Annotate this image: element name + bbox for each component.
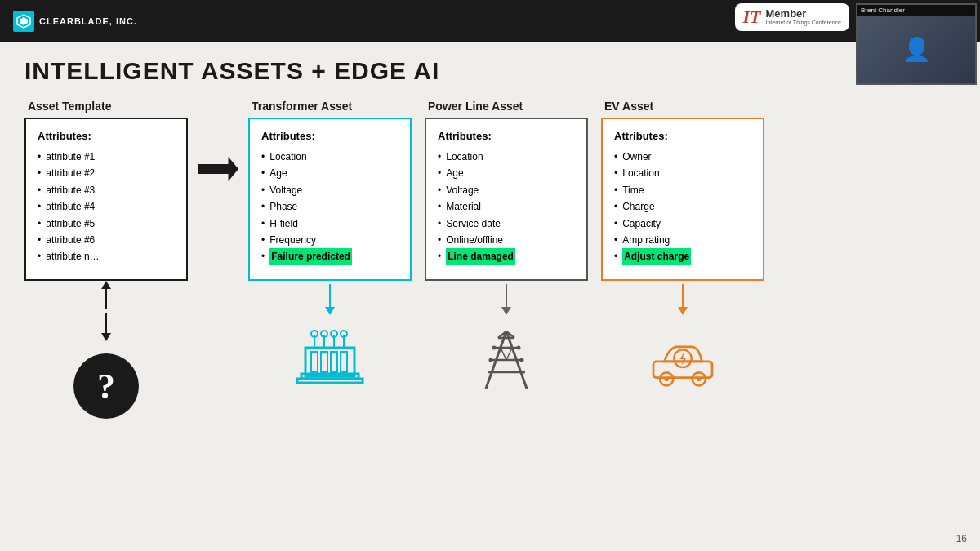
list-item: attribute n… — [38, 248, 175, 264]
svg-rect-6 — [341, 352, 347, 372]
list-item: Amp rating — [614, 232, 751, 248]
list-item: Time — [614, 182, 751, 198]
transformer-asset-card: Attributes: Location Age Voltage Phase H… — [248, 118, 412, 281]
logo-text: CLEARBLADE, INC. — [39, 16, 137, 26]
power-line-asset-section: Power Line Asset Attributes: Location Ag… — [425, 100, 588, 397]
list-item-highlighted: Adjust charge — [614, 248, 751, 264]
transformer-icon-container — [293, 323, 367, 397]
list-item: Age — [438, 165, 575, 181]
list-item: attribute #4 — [38, 198, 175, 215]
ev-down-arrow — [678, 284, 688, 315]
svg-point-35 — [697, 377, 701, 381]
svg-line-25 — [501, 348, 506, 360]
list-item-highlighted: Line damaged — [438, 248, 575, 264]
svg-rect-8 — [297, 379, 363, 383]
list-item: H-field — [261, 216, 399, 232]
svg-line-26 — [506, 348, 512, 360]
asset-template-section: Asset Template Attributes: attribute #1 … — [24, 100, 188, 423]
line-damaged-badge: Line damaged — [446, 248, 515, 264]
arrow-up — [101, 281, 111, 309]
main-content: INTELLIGENT ASSETS + EDGE AI Asset Templ… — [0, 42, 980, 551]
power-line-attributes-label: Attributes: — [438, 127, 575, 145]
it-sub-text: Internet of Things Conference — [766, 20, 841, 26]
failure-predicted-badge: Failure predicted — [270, 248, 352, 264]
list-item: Service date — [438, 216, 575, 232]
list-item: Online/offline — [438, 232, 575, 248]
bidirectional-arrow — [101, 281, 111, 344]
list-item: attribute #1 — [38, 149, 175, 165]
list-item: Voltage — [261, 182, 399, 198]
svg-rect-5 — [331, 352, 337, 372]
svg-point-28 — [517, 346, 521, 350]
list-item: Frequency — [261, 232, 399, 248]
power-line-asset-title: Power Line Asset — [425, 100, 523, 113]
ev-asset-card: Attributes: Owner Location Time Charge C… — [601, 118, 764, 281]
arrow-shape — [198, 157, 238, 181]
svg-point-27 — [492, 346, 497, 350]
svg-marker-1 — [20, 17, 28, 25]
list-item: Location — [614, 165, 751, 181]
svg-point-30 — [520, 358, 524, 362]
svg-point-29 — [489, 358, 493, 362]
list-item: Location — [261, 149, 399, 165]
list-item: Capacity — [614, 216, 751, 232]
list-item: Voltage — [438, 182, 575, 198]
list-item: attribute #5 — [38, 216, 175, 232]
list-item: attribute #6 — [38, 232, 175, 248]
arrow-down — [101, 313, 111, 341]
list-item: attribute #3 — [38, 182, 175, 198]
logo-icon — [13, 11, 34, 32]
adjust-charge-badge: Adjust charge — [622, 248, 691, 264]
asset-template-title: Asset Template — [24, 100, 111, 113]
power-line-asset-card: Attributes: Location Age Voltage Materia… — [425, 118, 588, 281]
it-member-info: Member Internet of Things Conference — [766, 8, 841, 27]
ev-icon-container — [646, 323, 719, 397]
svg-rect-3 — [311, 352, 318, 372]
ev-attributes-label: Attributes: — [614, 127, 751, 145]
list-item: Charge — [614, 198, 751, 215]
asset-template-attributes-label: Attributes: — [38, 127, 175, 145]
slide-number: 16 — [956, 533, 967, 544]
cards-row: Asset Template Attributes: attribute #1 … — [24, 100, 956, 423]
list-item: Age — [261, 165, 399, 181]
list-item-highlighted: Failure predicted — [261, 248, 399, 264]
video-person-placeholder: 👤 — [858, 16, 975, 83]
clearblade-logo: CLEARBLADE, INC. — [13, 11, 137, 32]
list-item: Location — [438, 149, 575, 165]
asset-template-card: Attributes: attribute #1 attribute #2 at… — [24, 118, 188, 281]
transformer-attributes-label: Attributes: — [261, 127, 399, 145]
ev-asset-title: EV Asset — [601, 100, 653, 113]
question-mark-icon: ? — [74, 353, 139, 419]
it-member-text: Member — [766, 8, 841, 20]
page-title: INTELLIGENT ASSETS + EDGE AI — [24, 57, 956, 85]
power-line-icon-container — [470, 323, 543, 397]
video-name-bar: Brent Chandler — [858, 5, 975, 16]
list-item: attribute #2 — [38, 165, 175, 181]
svg-point-34 — [665, 377, 669, 381]
list-item: Owner — [614, 149, 751, 165]
transformer-asset-section: Transformer Asset Attributes: Location A… — [248, 100, 412, 397]
transformer-down-arrow — [325, 284, 335, 315]
transformer-asset-title: Transformer Asset — [248, 100, 352, 113]
question-icon-container: ? — [74, 349, 139, 423]
ev-asset-section: EV Asset Attributes: Owner Location Time… — [601, 100, 764, 397]
list-item: Phase — [261, 198, 399, 215]
power-line-down-arrow — [501, 284, 511, 315]
it-member-badge: IT Member Internet of Things Conference — [735, 3, 849, 31]
video-thumbnail: Brent Chandler 👤 — [856, 3, 977, 85]
it-logo: IT — [743, 7, 761, 28]
svg-rect-4 — [321, 352, 327, 372]
slide: CLEARBLADE, INC. IT Member Internet of T… — [0, 0, 980, 551]
main-arrow — [188, 157, 248, 181]
list-item: Material — [438, 198, 575, 215]
header-bar: CLEARBLADE, INC. IT Member Internet of T… — [0, 0, 980, 42]
